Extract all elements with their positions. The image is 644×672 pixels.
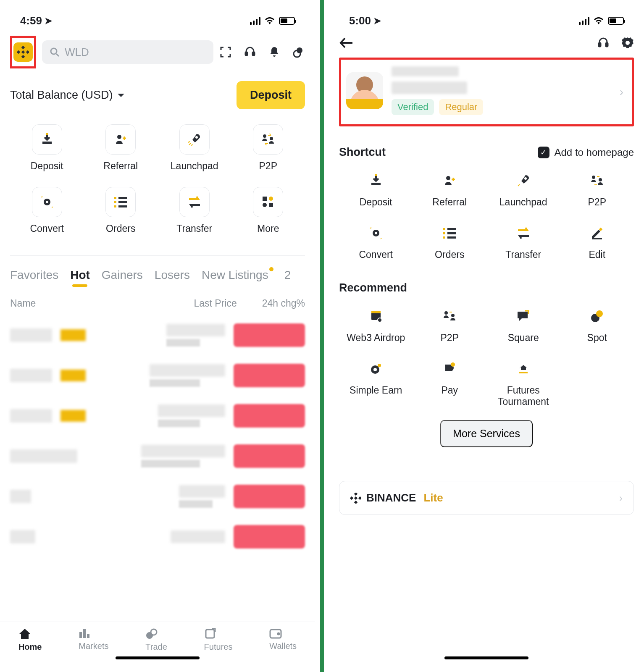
market-row[interactable] (10, 517, 305, 557)
tab-gainers[interactable]: Gainers (102, 268, 143, 287)
market-row[interactable] (10, 476, 305, 517)
support-icon[interactable] (244, 46, 256, 58)
svg-rect-22 (118, 201, 127, 203)
tab-favorites[interactable]: Favorites (10, 268, 58, 287)
svg-point-15 (263, 134, 266, 138)
recommend-simple-earn[interactable]: Simple Earn (339, 359, 413, 407)
tab-more[interactable]: 2 (284, 268, 291, 287)
status-time: 5:00 (349, 14, 371, 27)
back-button[interactable] (339, 37, 353, 48)
svg-point-64 (378, 364, 381, 367)
shortcut-convert[interactable]: Convert (339, 223, 413, 260)
status-time: 4:59 (20, 14, 42, 27)
shortcut-transfer[interactable]: Transfer (486, 223, 560, 260)
shortcut-convert[interactable]: Convert (10, 187, 84, 234)
market-row[interactable] (10, 436, 305, 476)
svg-point-13 (117, 135, 121, 139)
shortcut-p2p[interactable]: P2P (560, 171, 634, 208)
more-services-button[interactable]: More Services (440, 420, 533, 447)
svg-rect-40 (375, 174, 377, 176)
p2p-icon (253, 124, 283, 155)
shortcut-orders[interactable]: Orders (413, 223, 487, 260)
coin-icon[interactable] (292, 46, 305, 58)
profile-card[interactable]: Verified Regular › (339, 58, 634, 126)
scan-icon[interactable] (219, 46, 232, 58)
svg-rect-47 (443, 228, 445, 230)
shortcut-referral[interactable]: Referral (413, 171, 487, 208)
recommend-web3-airdrop[interactable]: Web3 Airdrop (339, 306, 413, 344)
avatar (346, 72, 383, 109)
svg-point-36 (278, 633, 279, 635)
shortcut-deposit[interactable]: Deposit (339, 171, 413, 208)
tab-new-listings[interactable]: New Listings (202, 268, 273, 287)
orders-icon (439, 223, 460, 243)
tab-losers[interactable]: Losers (155, 268, 190, 287)
deposit-button[interactable]: Deposit (237, 81, 305, 109)
tab-hot[interactable]: Hot (70, 268, 90, 287)
svg-rect-7 (245, 52, 247, 55)
shortcut-referral[interactable]: Referral (84, 124, 158, 172)
recommend-p2p[interactable]: P2P (413, 306, 487, 344)
recommend-pay[interactable]: Pay (413, 359, 487, 407)
svg-rect-31 (87, 634, 89, 638)
svg-line-6 (56, 54, 59, 56)
search-icon (50, 47, 60, 57)
market-row[interactable] (10, 315, 305, 355)
svg-rect-4 (21, 50, 25, 54)
pay-icon (439, 359, 460, 379)
binance-lite-card[interactable]: BINANCE Lite › (339, 481, 634, 515)
shortcut-deposit[interactable]: Deposit (10, 124, 84, 172)
shortcut-launchpad[interactable]: Launchpad (158, 124, 231, 172)
svg-rect-38 (606, 43, 608, 47)
verified-badge: Verified (392, 99, 434, 115)
p2p-icon (587, 171, 607, 191)
profile-button[interactable] (10, 36, 36, 68)
svg-point-18 (46, 201, 48, 203)
search-input[interactable]: WLD (42, 40, 213, 64)
top-header: WLD (10, 36, 305, 68)
market-row[interactable] (10, 396, 305, 436)
svg-rect-34 (206, 630, 214, 638)
search-placeholder: WLD (65, 46, 89, 59)
gear-icon[interactable] (621, 37, 634, 49)
market-table-header: Name Last Price 24h chg% (10, 298, 305, 309)
chevron-right-icon: › (620, 85, 623, 99)
svg-rect-25 (263, 197, 267, 201)
svg-point-65 (451, 362, 455, 367)
home-screen: 4:59 ➤ WLD (0, 0, 315, 664)
nav-futures[interactable]: Futures (204, 628, 233, 652)
svg-rect-21 (114, 201, 116, 203)
svg-rect-39 (371, 183, 381, 185)
binance-logo-icon (13, 42, 33, 62)
market-row[interactable] (10, 355, 305, 396)
add-to-homepage-toggle[interactable]: ✓ Add to homepage (538, 147, 634, 158)
convert-icon (366, 223, 386, 243)
nav-home[interactable]: Home (18, 628, 42, 652)
recommend-square[interactable]: Square (486, 306, 560, 344)
shortcut-orders[interactable]: Orders (84, 187, 158, 234)
shortcut-launchpad[interactable]: Launchpad (486, 171, 560, 208)
status-bar: 5:00 ➤ (339, 8, 634, 32)
balance-label[interactable]: Total Balance (USD) (10, 89, 125, 102)
nav-trade[interactable]: Trade (145, 628, 167, 652)
svg-point-44 (599, 178, 602, 181)
support-icon[interactable] (597, 37, 610, 49)
airdrop-icon (366, 306, 386, 326)
recommend-spot[interactable]: Spot (560, 306, 634, 344)
svg-rect-56 (371, 311, 381, 313)
spot-icon (587, 306, 607, 326)
chevron-down-icon (117, 93, 125, 98)
svg-point-42 (524, 177, 527, 180)
svg-rect-48 (447, 228, 456, 230)
shortcut-p2p[interactable]: P2P (231, 124, 305, 172)
svg-rect-28 (269, 203, 273, 207)
shortcut-transfer[interactable]: Transfer (158, 187, 231, 234)
bell-icon[interactable] (268, 46, 281, 58)
svg-rect-66 (519, 372, 528, 373)
shortcut-edit[interactable]: Edit (560, 223, 634, 260)
nav-wallets[interactable]: Wallets (269, 628, 297, 652)
recommend-futures-tournament[interactable]: Futures Tournament (486, 359, 560, 407)
svg-rect-69 (350, 496, 353, 499)
nav-markets[interactable]: Markets (79, 628, 108, 652)
shortcut-more[interactable]: More (231, 187, 305, 234)
